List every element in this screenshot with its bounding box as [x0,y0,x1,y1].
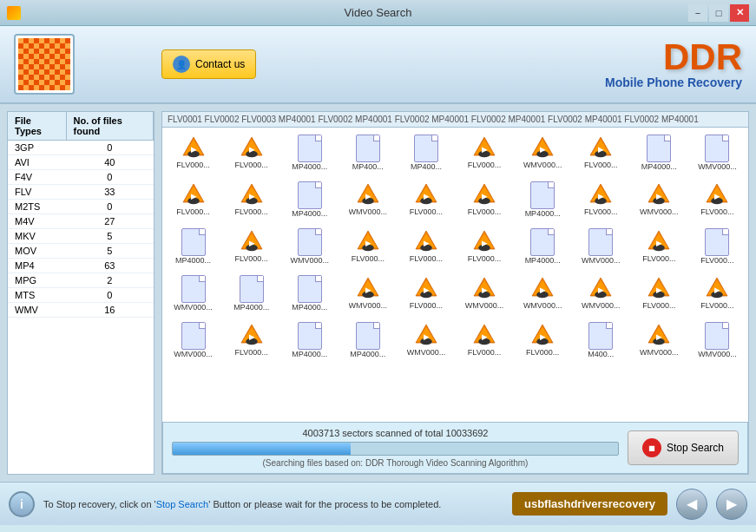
file-item[interactable]: ▶ FLV000... [516,319,570,362]
file-item[interactable]: ▶ WMV000... [340,272,395,315]
file-type-row: MPG2 [8,273,154,288]
file-type-name: MOV [8,244,66,259]
file-name: WMV000... [698,350,737,358]
vlc-icon: ▶ [704,181,730,207]
doc-icon [181,228,206,256]
file-name: MP4000... [525,256,561,265]
file-item[interactable]: ▶ FLV000... [457,178,511,221]
file-item[interactable]: ▶ FLV000... [166,131,220,174]
app-icon [7,6,21,20]
file-item[interactable]: MP4000... [282,272,337,315]
file-item[interactable]: ▶ FLV000... [690,178,745,221]
brand: DDR Mobile Phone Recovery [605,39,742,89]
vlc-icon: ▶ [239,135,265,161]
file-item[interactable]: ▶ FLV000... [632,225,687,268]
file-item[interactable]: ▶ WMV000... [340,178,395,221]
file-item[interactable]: MP4000... [282,178,337,221]
file-item[interactable]: ▶ WMV000... [516,272,570,315]
file-item[interactable]: ▶ WMV000... [457,272,511,315]
file-item[interactable]: FLV000... [690,225,745,268]
file-item[interactable]: WMV000... [690,319,745,362]
file-name: MP400... [352,162,384,171]
svg-text:▶: ▶ [482,193,488,200]
file-type-row: MTS0 [8,288,154,303]
contact-button[interactable]: 👤 Contact us [161,49,256,79]
file-item[interactable]: ▶ FLV000... [574,131,628,174]
vlc-icon: ▶ [704,275,730,301]
file-item[interactable]: ▶ WMV000... [632,319,687,362]
vlc-icon: ▶ [355,181,381,207]
file-item[interactable]: ▶ FLV000... [166,178,220,221]
svg-text:▶: ▶ [365,286,371,294]
file-item[interactable]: ▶ FLV000... [457,319,511,362]
file-name: FLV000... [176,161,209,169]
file-item[interactable]: MP4000... [166,225,220,268]
file-item[interactable]: MP4000... [224,272,279,315]
file-item[interactable]: ▶ FLV000... [224,178,279,221]
file-item[interactable]: WMV000... [574,225,628,268]
file-type-row: F4V0 [8,170,154,185]
brand-name: DDR [605,39,742,76]
file-item[interactable]: ▶ FLV000... [224,131,279,174]
file-name: FLV000... [234,348,267,357]
file-type-row: FLV33 [8,185,154,200]
vlc-icon: ▶ [413,275,439,301]
file-item[interactable]: ▶ FLV000... [340,225,395,268]
file-item[interactable]: WMV000... [282,225,337,268]
file-name: FLV000... [234,254,267,263]
file-item[interactable]: ▶ FLV000... [574,178,628,221]
stop-search-label: Stop Search [667,442,724,454]
file-item[interactable]: WMV000... [166,272,220,315]
file-item[interactable]: ▶ FLV000... [457,225,511,268]
file-item[interactable]: MP4000... [282,319,337,362]
file-item[interactable]: ▶ FLV000... [398,225,453,268]
file-type-count: 16 [66,303,153,318]
file-item[interactable]: WMV000... [690,131,745,174]
vlc-icon: ▶ [239,181,265,207]
back-button[interactable]: ◀ [676,489,707,520]
file-item[interactable]: MP4000... [516,225,570,268]
file-item[interactable]: ▶ FLV000... [398,178,453,221]
doc-icon [240,275,264,303]
file-name: MP4000... [292,209,327,218]
file-name: MP4000... [292,350,327,358]
close-button[interactable]: ✕ [730,4,749,22]
file-name: FLV000... [468,207,501,216]
file-name: MP4000... [292,162,327,171]
file-name: WMV000... [349,207,388,216]
file-item[interactable]: MP4000... [632,131,687,174]
file-type-count: 33 [66,185,153,200]
file-item[interactable]: ▶ WMV000... [398,319,453,362]
file-item[interactable]: MP4000... [340,319,395,362]
stop-search-button[interactable]: ⏹ Stop Search [628,430,739,465]
file-item[interactable]: ▶ WMV000... [574,272,628,315]
file-item[interactable]: ▶ WMV000... [632,178,687,221]
file-item[interactable]: MP400... [340,131,395,174]
file-item[interactable]: ▶ FLV000... [398,272,453,315]
file-item[interactable]: ▶ FLV000... [224,319,279,362]
file-name: FLV000... [468,254,501,263]
svg-text:▶: ▶ [424,286,430,294]
file-item[interactable]: ▶ WMV000... [516,131,570,174]
minimize-button[interactable]: − [688,4,707,22]
file-item[interactable]: MP4000... [516,178,570,221]
header: 👤 Contact us DDR Mobile Phone Recovery [0,26,756,104]
file-item[interactable]: M400... [574,319,628,362]
svg-text:▶: ▶ [656,286,662,294]
vlc-icon: ▶ [529,275,555,301]
file-type-name: M4V [8,214,66,229]
file-item[interactable]: ▶ FLV000... [690,272,745,315]
file-item[interactable]: ▶ FLV000... [224,225,279,268]
file-item[interactable]: MP4000... [282,131,337,174]
file-type-name: F4V [8,170,66,185]
file-item[interactable]: MP400... [398,131,453,174]
file-item[interactable]: WMV000... [166,319,220,362]
file-item[interactable]: ▶ FLV000... [457,131,511,174]
doc-icon [356,322,380,350]
file-name: WMV000... [349,301,388,310]
file-item[interactable]: ▶ FLV000... [632,272,687,315]
forward-button[interactable]: ▶ [716,489,747,520]
restore-button[interactable]: □ [709,4,728,22]
file-grid-scroll[interactable]: ▶ FLV000... ▶ FLV000...MP4000...MP400...… [162,128,748,420]
file-name: WMV000... [523,301,562,310]
